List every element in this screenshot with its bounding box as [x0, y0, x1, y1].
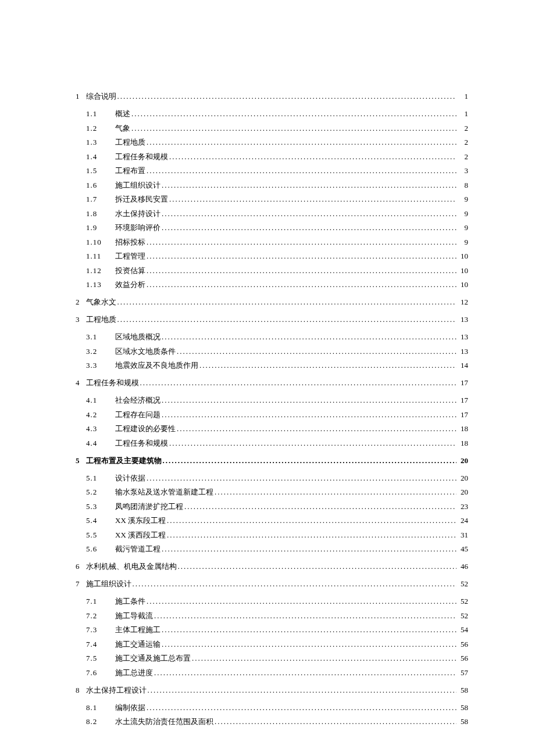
- toc-entry-title: 水土保持工程设计: [86, 685, 147, 696]
- toc-entry: 6水利机械、机电及金属结构46: [76, 561, 468, 572]
- toc-entry: 1.9环境影响评价9: [76, 223, 468, 233]
- toc-section: 5工程布置及主要建筑物205.1设计依据205.2输水泵站及送水管道新建工程20…: [76, 456, 468, 555]
- toc-entry-title: 截污管道工程: [115, 544, 160, 554]
- toc-entry: 2气象水文12: [76, 297, 468, 307]
- toc-entry-page: 52: [458, 597, 468, 606]
- toc-entry-number: 5.4: [86, 516, 109, 525]
- toc-leader-dots: [131, 124, 456, 133]
- toc-entry-page: 13: [458, 347, 468, 356]
- toc-entry-title: 拆迁及移民安置: [115, 194, 168, 205]
- toc-entry-title: 凤鸣团清淤扩挖工程: [115, 501, 183, 512]
- toc-leader-dots: [169, 152, 456, 162]
- toc-entry-title: 工程建设的必要性: [115, 424, 176, 434]
- toc-section: 2气象水文12: [76, 297, 468, 307]
- toc-entry-page: 18: [458, 439, 468, 448]
- toc-entry: 7.2施工导截流52: [76, 611, 468, 621]
- toc-entry-number: 3.3: [86, 361, 109, 370]
- toc-entry-title: 施工交通运输: [115, 639, 160, 650]
- toc-entry-page: 52: [458, 579, 468, 589]
- toc-leader-dots: [199, 361, 456, 370]
- toc-entry-number: 7.1: [86, 597, 109, 606]
- toc-entry: 7.1施工条件52: [76, 596, 468, 607]
- toc-entry: 5.4XX 溪东段工程24: [76, 515, 468, 526]
- toc-entry-number: 3.1: [86, 332, 109, 342]
- toc-leader-dots: [147, 238, 456, 247]
- toc-entry-number: 6: [76, 562, 80, 571]
- toc-entry-page: 13: [458, 332, 468, 342]
- toc-leader-dots: [167, 531, 456, 540]
- toc-entry-number: 1.8: [86, 209, 109, 218]
- toc-entry-number: 5.5: [86, 531, 109, 540]
- toc-entry: 3.3地震效应及不良地质作用14: [76, 360, 468, 371]
- toc-entry-number: 5.3: [86, 502, 109, 511]
- toc-entry: 5工程布置及主要建筑物20: [76, 456, 468, 466]
- toc-entry-number: 5.2: [86, 488, 109, 497]
- toc-entry-title: 环境影响评价: [115, 223, 160, 233]
- toc-entry-title: 工程地质: [115, 137, 145, 148]
- toc-entry-page: 1: [458, 109, 468, 119]
- toc-entry: 1.2气象2: [76, 123, 468, 134]
- toc-entry-number: 4.1: [86, 396, 109, 405]
- toc-entry-title: 编制依据: [115, 703, 145, 713]
- toc-entry: 3工程地质13: [76, 314, 468, 325]
- toc-entry-title: 投资估算: [115, 266, 145, 276]
- toc-entry: 1综合说明1: [76, 91, 468, 102]
- toc-entry: 7.3主体工程施工54: [76, 625, 468, 635]
- toc-entry-page: 58: [458, 703, 468, 712]
- toc-entry-title: 综合说明: [86, 91, 116, 102]
- toc-entry-number: 4.4: [86, 439, 109, 448]
- toc-entry-number: 1.3: [86, 138, 109, 147]
- toc-entry-title: 施工交通及施工总布置: [115, 653, 191, 664]
- toc-entry-title: 社会经济概况: [115, 395, 160, 406]
- toc-entry: 4.2工程存在问题17: [76, 410, 468, 420]
- toc-entry-number: 7.5: [86, 654, 109, 663]
- toc-entry-title: 工程管理: [115, 251, 145, 261]
- toc-entry-page: 18: [458, 424, 468, 433]
- toc-entry-page: 20: [458, 474, 468, 483]
- toc-entry-number: 1.13: [86, 280, 109, 289]
- toc-entry-number: 1.1: [86, 109, 109, 119]
- toc-entry-number: 4.3: [86, 424, 109, 433]
- toc-entry-number: 1.4: [86, 152, 109, 162]
- toc-leader-dots: [162, 544, 456, 554]
- toc-entry-title: 施工导截流: [115, 611, 153, 621]
- toc-entry-title: XX 溪西段工程: [115, 530, 166, 540]
- toc-entry-page: 57: [458, 668, 468, 678]
- toc-entry: 7.6施工总进度57: [76, 668, 468, 678]
- toc-leader-dots: [117, 315, 457, 324]
- toc-entry-number: 1.12: [86, 266, 109, 275]
- toc-entry-number: 5.1: [86, 474, 109, 483]
- toc-entry-title: 主体工程施工: [115, 625, 160, 635]
- toc-entry-title: 气象: [115, 123, 130, 134]
- table-of-contents: 1综合说明11.1概述11.2气象21.3工程地质21.4工程任务和规模21.5…: [76, 91, 468, 727]
- toc-entry: 4.3工程建设的必要性18: [76, 424, 468, 434]
- toc-entry-title: 施工组织设计: [86, 579, 131, 589]
- toc-entry-number: 8.1: [86, 703, 109, 712]
- toc-entry-page: 24: [458, 516, 468, 525]
- toc-entry-title: 水利机械、机电及金属结构: [86, 561, 177, 572]
- toc-leader-dots: [162, 625, 456, 635]
- toc-entry-page: 9: [458, 238, 468, 247]
- toc-section: 3工程地质133.1区域地质概况133.2区域水文地质条件133.3地震效应及不…: [76, 314, 468, 371]
- toc-entry-number: 1.9: [86, 223, 109, 232]
- toc-leader-dots: [147, 280, 456, 289]
- toc-entry-number: 3: [76, 315, 80, 324]
- toc-entry-number: 1.11: [86, 252, 109, 261]
- toc-entry-title: 效益分析: [115, 280, 145, 290]
- toc-entry-page: 2: [458, 152, 468, 162]
- toc-entry: 1.11工程管理10: [76, 251, 468, 261]
- toc-entry-number: 5: [76, 456, 80, 465]
- toc-entry-page: 54: [458, 625, 468, 635]
- toc-entry-title: 招标投标: [115, 237, 145, 248]
- toc-entry: 7施工组织设计52: [76, 579, 468, 589]
- toc-entry-title: 工程任务和规模: [115, 438, 168, 449]
- toc-entry-number: 8: [76, 686, 80, 695]
- toc-entry-page: 17: [458, 378, 468, 388]
- toc-section: 1综合说明11.1概述11.2气象21.3工程地质21.4工程任务和规模21.5…: [76, 91, 468, 290]
- toc-leader-dots: [154, 611, 456, 621]
- toc-entry-title: 输水泵站及送水管道新建工程: [115, 487, 213, 497]
- toc-entry-number: 1.2: [86, 124, 109, 133]
- toc-entry-page: 10: [458, 266, 468, 275]
- toc-entry: 3.1区域地质概况13: [76, 332, 468, 342]
- toc-entry-page: 3: [458, 166, 468, 175]
